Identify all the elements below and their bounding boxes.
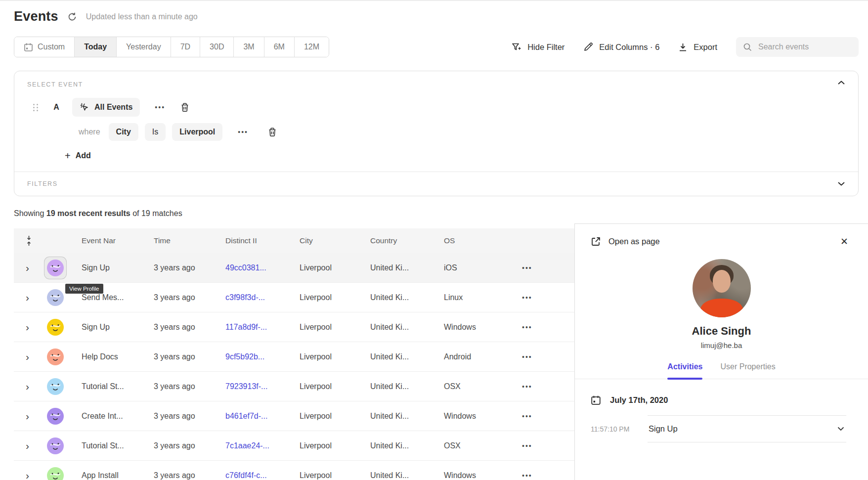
date-range-option-today[interactable]: Today: [74, 37, 116, 57]
hide-filter-button[interactable]: Hide Filter: [511, 42, 564, 52]
column-header-os[interactable]: OS: [444, 236, 498, 245]
row-expand-chevron[interactable]: ›: [14, 262, 34, 273]
cell-time: 3 years ago: [154, 293, 225, 302]
column-header-country[interactable]: Country: [370, 236, 444, 245]
row-actions: •••: [498, 471, 574, 480]
avatar-ring: [44, 346, 66, 368]
refresh-button[interactable]: [67, 12, 77, 22]
profile-name: Alice Singh: [575, 325, 868, 338]
edit-columns-button[interactable]: Edit Columns · 6: [583, 42, 659, 52]
date-range-control: Custom TodayYesterday7D30D3M6M12M: [14, 37, 329, 57]
avatar[interactable]: [47, 319, 64, 336]
row-more-options-button[interactable]: •••: [520, 353, 534, 361]
cell-time: 3 years ago: [154, 263, 225, 272]
cell-country: United Ki...: [370, 293, 444, 302]
tab-user-properties[interactable]: User Properties: [720, 362, 775, 372]
row-expand-chevron[interactable]: ›: [14, 381, 34, 392]
row-expand-chevron[interactable]: ›: [14, 322, 34, 332]
row-more-options-button[interactable]: •••: [520, 294, 534, 302]
cell-country: United Ki...: [370, 412, 444, 421]
table-row[interactable]: › App Install 3 years ago c76fdf4f-c... …: [14, 461, 574, 480]
cell-city: Liverpool: [300, 471, 370, 480]
cell-time: 3 years ago: [154, 412, 225, 421]
row-expand-chevron[interactable]: ›: [14, 351, 34, 362]
column-header-city[interactable]: City: [300, 236, 370, 245]
cell-event-name: Send Mes...: [82, 293, 154, 302]
column-header-distinct-id[interactable]: Distinct II: [225, 236, 300, 245]
open-as-page-button[interactable]: Open as page: [591, 236, 660, 247]
avatar[interactable]: [47, 408, 64, 425]
date-range-option-12m[interactable]: 12M: [294, 37, 329, 57]
row-expand-chevron[interactable]: ›: [14, 440, 34, 451]
cell-distinct-id-link[interactable]: b461ef7d-...: [225, 412, 300, 421]
date-range-option-6m[interactable]: 6M: [264, 37, 294, 57]
cell-distinct-id-link[interactable]: c3f98f3d-...: [225, 293, 300, 302]
cell-distinct-id-link[interactable]: 9cf5b92b...: [225, 352, 300, 361]
property-chip[interactable]: City: [109, 123, 138, 141]
row-actions: •••: [498, 441, 574, 450]
collapse-sort-icon[interactable]: [14, 235, 34, 246]
date-range-option-yesterday[interactable]: Yesterday: [116, 37, 171, 57]
row-more-options-button[interactable]: •••: [520, 383, 534, 391]
operator-chip[interactable]: Is: [145, 123, 166, 141]
export-label: Export: [694, 43, 717, 52]
event-selector-chip[interactable]: All Events: [72, 98, 140, 117]
value-chip[interactable]: Liverpool: [172, 123, 222, 141]
table-row[interactable]: › Sign Up 3 years ago 49cc0381... Liverp…: [14, 253, 574, 283]
event-more-options-button[interactable]: •••: [153, 103, 167, 111]
row-more-options-button[interactable]: •••: [520, 442, 534, 450]
filter-more-options-button[interactable]: •••: [236, 128, 250, 136]
avatar[interactable]: [47, 378, 64, 395]
cell-city: Liverpool: [300, 441, 370, 450]
row-more-options-button[interactable]: •••: [520, 412, 534, 420]
close-icon: ✕: [840, 236, 848, 247]
avatar[interactable]: [47, 437, 64, 454]
avatar-cell: [34, 435, 82, 457]
row-more-options-button[interactable]: •••: [520, 323, 534, 331]
where-label: where: [79, 128, 100, 136]
avatar[interactable]: [47, 349, 64, 365]
cell-distinct-id-link[interactable]: 49cc0381...: [225, 263, 300, 272]
date-range-option-3m[interactable]: 3M: [233, 37, 263, 57]
table-row[interactable]: › Sign Up 3 years ago 117a8d9f-... Liver…: [14, 312, 574, 342]
table-row[interactable]: › Tutorial St... 3 years ago 7923913f-..…: [14, 372, 574, 401]
close-panel-button[interactable]: ✕: [840, 236, 848, 247]
drag-handle-icon[interactable]: [33, 104, 39, 111]
tab-activities[interactable]: Activities: [667, 362, 702, 372]
date-range-option-7d[interactable]: 7D: [171, 37, 200, 57]
more-dots-icon: •••: [522, 353, 532, 361]
activity-event-label: Sign Up: [649, 424, 678, 434]
row-expand-chevron[interactable]: ›: [14, 470, 34, 480]
delete-event-clause-button[interactable]: [180, 102, 190, 113]
cell-distinct-id-link[interactable]: 7c1aae24-...: [225, 441, 300, 450]
avatar-ring: [44, 465, 66, 480]
date-range-custom-button[interactable]: Custom: [14, 37, 74, 57]
row-actions: •••: [498, 293, 574, 302]
avatar[interactable]: [47, 260, 64, 276]
avatar[interactable]: [47, 467, 64, 480]
date-range-option-30d[interactable]: 30D: [200, 37, 233, 57]
cell-distinct-id-link[interactable]: 117a8d9f-...: [225, 323, 300, 332]
row-more-options-button[interactable]: •••: [520, 472, 534, 480]
delete-filter-button[interactable]: [267, 127, 277, 137]
chevron-down-icon: [837, 181, 845, 186]
collapse-section-button[interactable]: [837, 80, 845, 85]
export-button[interactable]: Export: [678, 43, 717, 52]
add-clause-button[interactable]: + Add: [65, 151, 91, 161]
row-expand-chevron[interactable]: ›: [14, 292, 34, 303]
search-events-input[interactable]: [758, 43, 852, 51]
column-header-event-name[interactable]: Event Nar: [82, 236, 154, 245]
row-expand-chevron[interactable]: ›: [14, 411, 34, 421]
event-clause-row: A All Events •••: [33, 98, 845, 117]
column-header-time[interactable]: Time: [154, 236, 225, 245]
table-row[interactable]: › Tutorial St... 3 years ago 7c1aae24-..…: [14, 431, 574, 461]
table-row[interactable]: › Create Int... 3 years ago b461ef7d-...…: [14, 401, 574, 431]
cell-distinct-id-link[interactable]: c76fdf4f-c...: [225, 471, 300, 480]
table-row[interactable]: › Help Docs 3 years ago 9cf5b92b... Live…: [14, 342, 574, 372]
avatar[interactable]: [47, 289, 64, 306]
activity-event-select[interactable]: Sign Up: [648, 415, 846, 442]
row-more-options-button[interactable]: •••: [520, 264, 534, 272]
trash-icon: [180, 102, 190, 113]
filters-section-header[interactable]: FILTERS: [14, 172, 858, 196]
cell-distinct-id-link[interactable]: 7923913f-...: [225, 382, 300, 391]
